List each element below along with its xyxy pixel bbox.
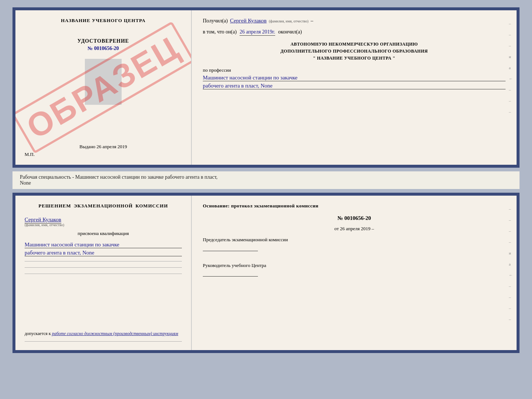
br-dash4: –	[509, 240, 513, 244]
resheniem-title: Решением экзаменационной комиссии	[25, 203, 182, 209]
separator2	[25, 267, 182, 268]
separator4	[25, 341, 182, 342]
dopuskaetsya-text: работе согласно должностным (производств…	[52, 331, 178, 336]
bottom-profession-line1: Машинист насосной станции по закачке	[25, 242, 182, 248]
predsedatel-block: Председатель экзаменационной комиссии	[203, 236, 506, 254]
br-dash2: –	[509, 218, 513, 222]
name-hint: (фамилия, имя, отчество)	[269, 19, 309, 23]
br-i: и	[509, 251, 513, 255]
side-dash2: –	[509, 32, 513, 37]
osnovanie-title: Основание: протокол экзаменационной коми…	[203, 203, 506, 209]
vydano-line: Выдано 26 апреля 2019	[79, 140, 127, 150]
br-a: а	[509, 262, 513, 266]
br-dash3: –	[509, 229, 513, 233]
predsedatel-title: Председатель экзаменационной комиссии	[203, 237, 288, 242]
side-a: а	[509, 65, 513, 70]
org-block: АВТОНОМНУЮ НЕКОММЕРЧЕСКУЮ ОРГАНИЗАЦИЮ ДО…	[203, 41, 506, 62]
org-line2: ДОПОЛНИТЕЛЬНОГО ПРОФЕССИОНАЛЬНОГО ОБРАЗО…	[203, 48, 506, 55]
poluchil-label: Получил(а)	[203, 18, 228, 24]
side-dash5: –	[509, 99, 513, 103]
org-line3: " НАЗВАНИЕ УЧЕБНОГО ЦЕНТРА "	[203, 55, 506, 62]
br-arrow: ←	[509, 273, 513, 277]
ud-number: № 0010656-20	[78, 46, 129, 51]
protocol-dash: –	[371, 226, 374, 231]
side-dash1: –	[509, 21, 513, 26]
org-line1: АВТОНОМНУЮ НЕКОММЕРЧЕСКУЮ ОРГАНИЗАЦИЮ	[203, 41, 506, 48]
bottom-profession-line2: рабочего агента в пласт, None	[25, 250, 182, 256]
side-decorations: – – – и а ← – – –	[509, 21, 513, 114]
bottom-right-panel: Основание: протокол экзаменационной коми…	[192, 196, 517, 350]
course-date: 26 апреля 2019г.	[240, 29, 275, 36]
br-dash5: –	[509, 284, 513, 288]
br-dash7: –	[509, 306, 513, 310]
predsedatel-signature	[203, 244, 258, 251]
bottom-name-block: Сергей Кулаков (фамилия, имя, отчество)	[25, 216, 182, 227]
bottom-profession-block: Машинист насосной станции по закачке раб…	[25, 240, 182, 256]
protocol-date: от 26 апреля 2019 –	[203, 226, 506, 232]
top-right-panel: Получил(а) Сергей Кулаков (фамилия, имя,…	[192, 10, 517, 165]
bottom-left-panel: Решением экзаменационной комиссии Сергей…	[15, 196, 192, 350]
recipient-name: Сергей Кулаков	[230, 18, 267, 24]
po-professii-label: по профессии Машинист насосной станции п…	[203, 67, 506, 89]
side-dash6: –	[509, 110, 513, 114]
dash1: –	[311, 18, 313, 24]
bottom-side-decorations: – – – – и а ← – – – –	[509, 207, 513, 321]
bottom-name-hint: (фамилия, имя, отчество)	[25, 223, 182, 227]
bottom-document: Решением экзаменационной комиссии Сергей…	[12, 193, 520, 353]
prisvoena-line: присвоена квалификация	[25, 231, 182, 236]
profession-line2: рабочего агента в пласт, None	[203, 83, 506, 89]
separator1	[25, 261, 182, 261]
udostoverenie-block: УДОСТОВЕРЕНИЕ № 0010656-20	[78, 38, 129, 51]
side-arrow: ←	[509, 76, 513, 81]
ot-label: от	[334, 226, 339, 231]
mp-line: М.П.	[25, 152, 35, 157]
br-dash1: –	[509, 207, 513, 211]
dopuskaetsya-line: допускается к работе согласно должностны…	[25, 331, 182, 336]
top-left-panel: НАЗВАНИЕ УЧЕБНОГО ЦЕНТРА УДОСТОВЕРЕНИЕ №…	[15, 10, 192, 165]
dopuskaetsya-label: допускается к	[25, 331, 51, 336]
protocol-date-value: 26 апреля 2019	[340, 226, 370, 231]
protocol-number: № 0010656-20	[203, 215, 506, 221]
side-dash4: –	[509, 88, 513, 92]
vtom-line: в том, что он(а) 26 апреля 2019г. окончи…	[203, 29, 506, 36]
side-dash3: –	[509, 43, 513, 48]
separator3	[25, 274, 182, 274]
rukovoditel-title: Руководитель учебного Центра	[203, 263, 266, 268]
okonchil-label: окончил(а)	[278, 29, 302, 35]
school-name-title: НАЗВАНИЕ УЧЕБНОГО ЦЕНТРА	[61, 18, 146, 24]
middle-text-line1: Рабочая специальность - Машинист насосно…	[20, 174, 218, 180]
vtom-label: в том, что он(а)	[203, 29, 237, 35]
middle-text-line2: None	[20, 180, 31, 186]
br-dash8: –	[509, 317, 513, 321]
photo-placeholder	[85, 59, 122, 105]
middle-text-block: Рабочая специальность - Машинист насосно…	[12, 171, 520, 189]
ud-title: УДОСТОВЕРЕНИЕ	[78, 38, 129, 44]
poluchil-line: Получил(а) Сергей Кулаков (фамилия, имя,…	[203, 18, 506, 24]
rukovoditel-block: Руководитель учебного Центра	[203, 262, 506, 279]
profession-line1: Машинист насосной станции по закачке	[203, 75, 506, 81]
side-i: и	[509, 54, 513, 59]
top-document: НАЗВАНИЕ УЧЕБНОГО ЦЕНТРА УДОСТОВЕРЕНИЕ №…	[12, 7, 520, 168]
br-dash6: –	[509, 295, 513, 299]
rukovoditel-signature	[203, 269, 258, 277]
